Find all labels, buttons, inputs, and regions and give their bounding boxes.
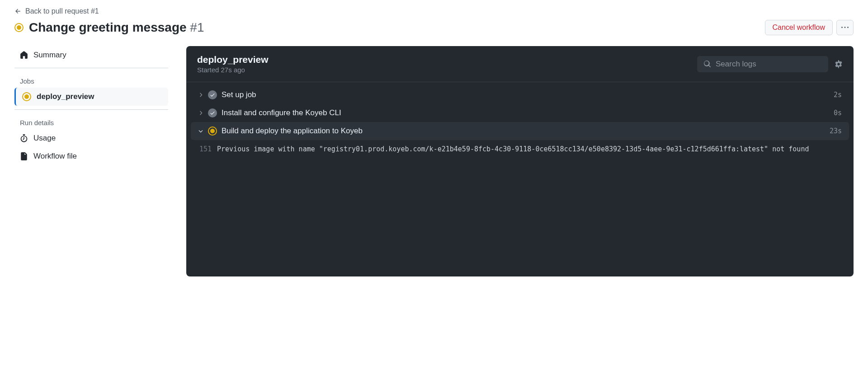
log-line[interactable]: 151 Previous image with name "registry01… (196, 144, 844, 155)
search-logs-input[interactable] (716, 60, 822, 69)
divider (14, 68, 168, 68)
cancel-workflow-button[interactable]: Cancel workflow (765, 20, 833, 35)
kebab-menu-button[interactable] (836, 20, 854, 35)
search-logs-field[interactable] (697, 56, 828, 72)
log-line-number: 151 (196, 144, 217, 155)
job-title: deploy_preview (197, 54, 269, 65)
sidebar-label: Summary (33, 51, 66, 60)
home-icon (20, 51, 28, 59)
step-row-build-deploy[interactable]: Build and deploy the application to Koye… (191, 122, 849, 140)
step-name: Install and configure the Koyeb CLI (222, 108, 834, 117)
sidebar-item-workflow-file[interactable]: Workflow file (14, 147, 168, 165)
step-row-install-cli[interactable]: Install and configure the Koyeb CLI 0s (191, 104, 849, 122)
check-circle-icon (208, 90, 217, 99)
gear-icon (835, 60, 843, 68)
step-name: Set up job (222, 90, 834, 99)
sidebar-jobs-heading: Jobs (14, 72, 168, 88)
divider (14, 109, 168, 110)
search-icon (703, 60, 711, 68)
job-started-text: Started 27s ago (197, 66, 269, 74)
log-output: 151 Previous image with name "registry01… (191, 140, 849, 160)
workflow-status-running-icon (14, 23, 24, 32)
step-status-running-icon (208, 126, 217, 136)
log-panel: deploy_preview Started 27s ago (186, 46, 854, 276)
arrow-left-icon (14, 8, 22, 15)
sidebar: Summary Jobs deploy_preview Run details … (14, 46, 168, 276)
file-icon (20, 152, 28, 160)
back-to-pr-link[interactable]: Back to pull request #1 (14, 7, 99, 15)
step-duration: 23s (830, 127, 844, 135)
chevron-right-icon (196, 92, 205, 98)
sidebar-job-label: deploy_preview (37, 92, 94, 101)
kebab-horizontal-icon (841, 24, 849, 31)
chevron-right-icon (196, 110, 205, 116)
check-circle-icon (208, 108, 217, 117)
step-duration: 2s (834, 91, 844, 99)
step-row-setup-job[interactable]: Set up job 2s (191, 86, 849, 104)
step-name: Build and deploy the application to Koye… (222, 126, 830, 136)
chevron-down-icon (196, 128, 205, 134)
stopwatch-icon (20, 134, 28, 142)
sidebar-label: Usage (33, 134, 56, 143)
sidebar-run-details-heading: Run details (14, 113, 168, 129)
sidebar-label: Workflow file (33, 152, 77, 161)
step-duration: 0s (834, 109, 844, 117)
back-link-text: Back to pull request #1 (25, 7, 99, 15)
workflow-title: Change greeting message #1 (29, 20, 204, 35)
job-status-running-icon (22, 92, 31, 101)
sidebar-job-deploy-preview[interactable]: deploy_preview (14, 88, 168, 106)
log-settings-button[interactable] (835, 60, 843, 68)
sidebar-item-usage[interactable]: Usage (14, 129, 168, 147)
sidebar-item-summary[interactable]: Summary (14, 46, 168, 64)
log-line-text: Previous image with name "registry01.pro… (217, 144, 809, 155)
